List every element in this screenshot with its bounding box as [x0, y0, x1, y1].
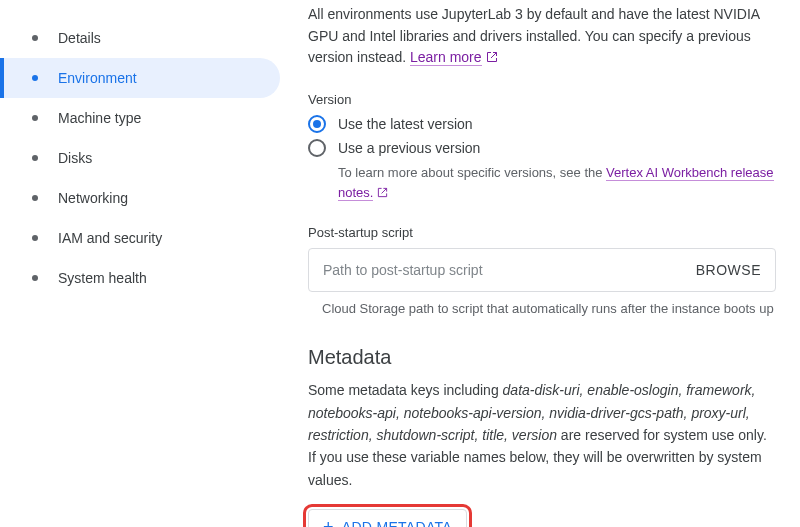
sidebar-item-label: Disks [58, 150, 92, 166]
sidebar-item-label: Machine type [58, 110, 141, 126]
bullet-icon [32, 195, 38, 201]
sidebar-item-label: Details [58, 30, 101, 46]
radio-label: Use a previous version [338, 140, 480, 156]
post-startup-hint: Cloud Storage path to script that automa… [322, 300, 776, 318]
radio-use-latest[interactable]: Use the latest version [308, 115, 776, 133]
sidebar: Details Environment Machine type Disks N… [0, 0, 280, 527]
post-startup-input-row: BROWSE [308, 248, 776, 292]
learn-more-link[interactable]: Learn more [410, 49, 482, 66]
learn-more-label: Learn more [410, 49, 482, 65]
sidebar-item-label: IAM and security [58, 230, 162, 246]
metadata-desc-prefix: Some metadata keys including [308, 382, 503, 398]
intro-text: All environments use JupyterLab 3 by def… [308, 4, 776, 70]
main-content: All environments use JupyterLab 3 by def… [280, 0, 800, 527]
metadata-description: Some metadata keys including data-disk-u… [308, 379, 776, 491]
bullet-icon [32, 275, 38, 281]
radio-label: Use the latest version [338, 116, 473, 132]
radio-use-previous[interactable]: Use a previous version [308, 139, 776, 157]
external-link-icon [486, 48, 498, 70]
sidebar-item-disks[interactable]: Disks [0, 138, 280, 178]
radio-icon [308, 115, 326, 133]
add-metadata-label: ADD METADATA [342, 519, 452, 527]
sidebar-item-networking[interactable]: Networking [0, 178, 280, 218]
sidebar-item-iam-security[interactable]: IAM and security [0, 218, 280, 258]
sidebar-item-environment[interactable]: Environment [0, 58, 280, 98]
bullet-icon [32, 155, 38, 161]
radio-icon [308, 139, 326, 157]
sidebar-item-label: Networking [58, 190, 128, 206]
sidebar-item-details[interactable]: Details [0, 18, 280, 58]
intro-text-content: All environments use JupyterLab 3 by def… [308, 6, 759, 65]
bullet-icon [32, 115, 38, 121]
metadata-heading: Metadata [308, 346, 776, 369]
bullet-icon [32, 35, 38, 41]
sidebar-item-label: Environment [58, 70, 137, 86]
version-label: Version [308, 92, 776, 107]
sidebar-item-machine-type[interactable]: Machine type [0, 98, 280, 138]
sidebar-item-system-health[interactable]: System health [0, 258, 280, 298]
sidebar-item-label: System health [58, 270, 147, 286]
plus-icon: + [323, 518, 334, 527]
post-startup-label: Post-startup script [308, 225, 776, 240]
browse-button[interactable]: BROWSE [696, 262, 761, 278]
version-hint: To learn more about specific versions, s… [338, 163, 776, 203]
bullet-icon [32, 75, 38, 81]
version-hint-prefix: To learn more about specific versions, s… [338, 165, 606, 180]
add-metadata-button[interactable]: + ADD METADATA [308, 509, 467, 527]
external-link-icon [377, 184, 388, 204]
post-startup-input[interactable] [323, 262, 696, 278]
bullet-icon [32, 235, 38, 241]
